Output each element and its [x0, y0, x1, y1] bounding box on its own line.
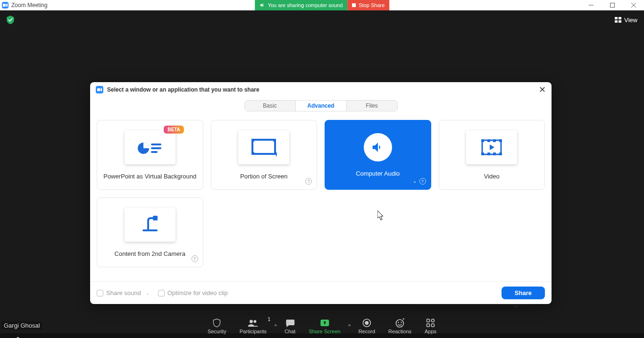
svg-text:+: +	[402, 318, 405, 321]
record-button[interactable]: Record	[352, 314, 382, 338]
record-label: Record	[359, 329, 375, 334]
svg-rect-21	[487, 139, 490, 142]
security-button[interactable]: Security	[201, 314, 233, 338]
dialog-footer: Share sound ⌄ Optimize for video clip Sh…	[90, 281, 552, 304]
portion-thumb: +	[238, 130, 289, 164]
video-options-caret[interactable]: ^	[74, 333, 79, 338]
share-sound-checkbox[interactable]: Share sound ⌄	[97, 289, 150, 296]
participants-icon	[248, 318, 258, 328]
reactions-label: Reactions	[388, 329, 411, 334]
window-controls	[580, 0, 644, 10]
svg-rect-6	[619, 17, 621, 19]
dialog-header: Select a window or an application that y…	[90, 82, 552, 97]
beta-badge: BETA	[164, 126, 184, 134]
svg-rect-45	[432, 324, 435, 327]
sharing-status-text: You are sharing computer sound	[268, 2, 343, 8]
minimize-button[interactable]	[580, 0, 602, 10]
participants-count: 1	[268, 317, 271, 322]
window-title: Zoom Meeting	[11, 2, 48, 8]
share-options-grid: BETA PowerPoint as Virtual Background + …	[90, 117, 552, 270]
help-icon[interactable]: ?	[419, 178, 426, 185]
svg-rect-16	[273, 139, 276, 142]
svg-point-40	[401, 322, 401, 323]
svg-rect-42	[427, 319, 430, 322]
apps-label: Apps	[425, 329, 436, 334]
svg-rect-22	[493, 139, 496, 142]
mute-button[interactable]: Mute	[6, 333, 30, 338]
share-tabs: Basic Advanced Files	[244, 100, 398, 111]
zoom-app-icon	[96, 86, 103, 93]
card-portion-of-screen[interactable]: + Portion of Screen ?	[211, 120, 318, 190]
share-screen-button[interactable]: Share Screen	[302, 314, 347, 338]
svg-rect-24	[481, 152, 484, 155]
svg-rect-9	[97, 88, 100, 91]
apps-button[interactable]: Apps	[418, 314, 443, 338]
tab-advanced[interactable]: Advanced	[295, 101, 346, 111]
checkbox-icon	[97, 290, 103, 296]
speaker-icon	[259, 2, 265, 8]
second-camera-thumb	[125, 208, 176, 242]
participants-options-caret[interactable]: ^	[273, 314, 278, 338]
sharing-status: You are sharing computer sound	[255, 0, 348, 10]
svg-rect-8	[619, 20, 621, 23]
svg-rect-2	[610, 3, 614, 8]
svg-point-34	[250, 320, 253, 323]
card-video[interactable]: Video	[439, 120, 545, 190]
card-powerpoint-vb[interactable]: BETA PowerPoint as Virtual Background	[97, 120, 203, 190]
stop-share-button[interactable]: Stop Share	[347, 0, 389, 10]
svg-text:+: +	[274, 150, 277, 157]
svg-rect-0	[3, 4, 6, 7]
optimize-video-checkbox[interactable]: Optimize for video clip	[158, 289, 228, 296]
chevron-down-icon[interactable]: ⌄	[146, 291, 150, 296]
svg-rect-28	[153, 216, 158, 220]
reactions-button[interactable]: + Reactions	[382, 314, 418, 338]
svg-rect-15	[251, 139, 254, 142]
tab-basic[interactable]: Basic	[245, 101, 295, 111]
encryption-shield-icon[interactable]	[7, 16, 14, 24]
card-computer-audio[interactable]: Computer Audio ⌄ ?	[325, 120, 431, 190]
help-icon[interactable]: ?	[192, 255, 198, 262]
meeting-stage: Gargi Ghosal ✕ NEW Introducing Zoom Apps…	[0, 29, 644, 333]
svg-point-39	[398, 322, 399, 323]
view-button[interactable]: View	[615, 17, 637, 24]
svg-point-37	[365, 321, 368, 325]
help-icon[interactable]: ?	[305, 178, 312, 185]
reactions-icon: +	[395, 318, 405, 328]
card-second-camera[interactable]: Content from 2nd Camera ?	[97, 197, 203, 267]
grid-view-icon	[615, 17, 621, 23]
participants-label: Participants	[240, 329, 267, 334]
close-button[interactable]	[623, 0, 644, 10]
powerpoint-thumb: BETA	[125, 130, 176, 164]
share-button[interactable]: Share	[502, 287, 545, 299]
tab-files[interactable]: Files	[346, 101, 397, 111]
share-sound-label: Share sound	[106, 289, 141, 296]
security-label: Security	[208, 329, 226, 334]
window-titlebar: Zoom Meeting You are sharing computer so…	[0, 0, 644, 10]
svg-rect-12	[151, 147, 161, 149]
maximize-button[interactable]	[602, 0, 623, 10]
share-screen-dialog: Select a window or an application that y…	[90, 82, 552, 304]
participants-button[interactable]: 1 Participants	[233, 314, 273, 338]
start-video-button[interactable]: Start Video	[35, 333, 74, 338]
chat-button[interactable]: Chat	[278, 314, 302, 338]
chevron-down-icon[interactable]: ⌄	[413, 178, 417, 184]
video-thumb	[466, 130, 517, 164]
apps-icon	[427, 318, 435, 328]
svg-rect-5	[615, 17, 618, 19]
svg-rect-27	[499, 152, 502, 155]
svg-rect-11	[151, 144, 161, 145]
dialog-close-button[interactable]: ✕	[539, 84, 546, 95]
card-label: Video	[484, 173, 500, 180]
svg-rect-26	[493, 152, 496, 155]
svg-rect-14	[252, 140, 275, 154]
share-options-caret[interactable]: ^	[347, 314, 352, 338]
svg-rect-13	[151, 151, 158, 153]
chat-icon	[285, 318, 295, 328]
share-screen-icon	[320, 320, 329, 326]
stop-share-label: Stop Share	[359, 2, 385, 8]
audio-options-caret[interactable]: ^	[30, 333, 35, 338]
svg-rect-17	[251, 152, 254, 155]
audio-thumb	[364, 133, 392, 161]
chat-label: Chat	[284, 329, 295, 334]
zoom-app-icon	[2, 2, 8, 8]
